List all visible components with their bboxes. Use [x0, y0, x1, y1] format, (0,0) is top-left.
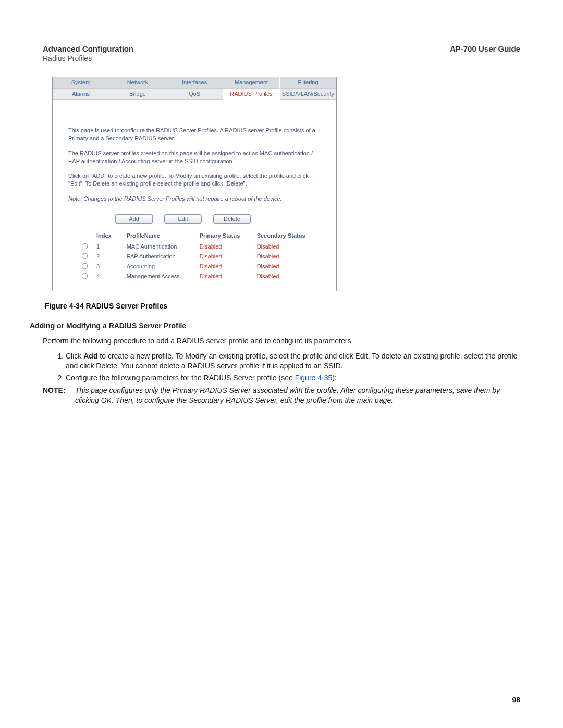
panel-description: This page is used to configure the RADIU… — [68, 127, 321, 203]
table-row: 2 EAP Authentication Disabled Disabled — [74, 252, 326, 262]
row-radio-3[interactable] — [82, 263, 88, 269]
header-subtitle: Radius Profiles — [43, 54, 133, 63]
figure-caption: Figure 4-34 RADIUS Server Profiles — [45, 302, 520, 310]
note-body: This page configures only the Primary RA… — [75, 386, 520, 405]
tab-management[interactable]: Management — [223, 77, 280, 88]
header-guide: AP-700 User Guide — [450, 44, 520, 53]
tab-interfaces[interactable]: Interfaces — [166, 77, 223, 88]
step2-suffix: ): — [332, 374, 337, 382]
step2-prefix: Configure the following parameters for t… — [66, 374, 295, 382]
config-panel: System Network Interfaces Management Fil… — [52, 77, 337, 291]
cell-name: Accounting — [123, 262, 195, 272]
row-radio-4[interactable] — [82, 273, 88, 279]
section-heading: Adding or Modifying a RADIUS Server Prof… — [30, 322, 520, 330]
tab-qos[interactable]: QoS — [166, 88, 223, 100]
step1-bold: Add — [83, 352, 97, 360]
delete-button[interactable]: Delete — [213, 214, 251, 224]
cell-secondary: Disabled — [253, 242, 326, 252]
cell-secondary: Disabled — [253, 272, 326, 281]
col-profilename: ProfileName — [123, 231, 195, 242]
cell-index: 4 — [92, 272, 123, 281]
panel-note: Note: Changes to the RADIUS Server Profi… — [68, 195, 321, 203]
button-row: Add Edit Delete — [115, 214, 321, 224]
step-2: Configure the following parameters for t… — [66, 373, 520, 383]
figure-link[interactable]: Figure 4-35 — [295, 374, 333, 382]
table-row: 4 Management Access Disabled Disabled — [74, 272, 326, 281]
note-label: NOTE: — [43, 386, 75, 405]
cell-secondary: Disabled — [253, 252, 326, 262]
cell-name: MAC Authentication — [123, 242, 195, 252]
cell-index: 1 — [92, 242, 123, 252]
edit-button[interactable]: Edit — [164, 214, 202, 224]
intro-text: Perform the following procedure to add a… — [43, 336, 520, 346]
col-primary: Primary Status — [195, 231, 253, 242]
tab-system[interactable]: System — [53, 77, 109, 88]
panel-p1: This page is used to configure the RADIU… — [68, 127, 321, 142]
tab-bridge[interactable]: Bridge — [109, 88, 166, 100]
add-button[interactable]: Add — [115, 214, 153, 224]
cell-name: EAP Authentication — [123, 252, 195, 262]
tab-filtering[interactable]: Filtering — [280, 77, 336, 88]
panel-p2: The RADIUS server profiles created on th… — [68, 150, 321, 165]
tab-alarms[interactable]: Alarms — [53, 88, 109, 100]
cell-index: 2 — [92, 252, 123, 262]
step1-rest: to create a new profile. To Modify an ex… — [66, 352, 517, 370]
cell-primary: Disabled — [195, 272, 253, 281]
page-footer: 98 — [43, 690, 520, 704]
header-title: Advanced Configuration — [43, 44, 133, 53]
tab-network[interactable]: Network — [109, 77, 166, 88]
col-index: Index — [92, 231, 123, 242]
page-number: 98 — [512, 696, 520, 704]
page-header: Advanced Configuration Radius Profiles A… — [43, 44, 520, 65]
cell-primary: Disabled — [195, 262, 253, 272]
panel-p3: Click on "ADD" to create a new profile. … — [68, 172, 321, 188]
step1-prefix: Click — [66, 352, 83, 360]
step-1: Click Add to create a new profile. To Mo… — [66, 351, 520, 371]
steps-list: Click Add to create a new profile. To Mo… — [43, 351, 520, 383]
row-radio-2[interactable] — [82, 253, 88, 260]
tab-radius-profiles[interactable]: RADIUS Profiles — [223, 88, 280, 100]
cell-index: 3 — [92, 262, 123, 272]
table-row: 3 Accounting Disabled Disabled — [74, 262, 326, 272]
note-block: NOTE: This page configures only the Prim… — [43, 386, 520, 405]
tabs-top-row: System Network Interfaces Management Fil… — [53, 77, 336, 88]
cell-name: Management Access — [123, 272, 195, 281]
cell-primary: Disabled — [195, 242, 253, 252]
cell-secondary: Disabled — [253, 262, 326, 272]
table-row: 1 MAC Authentication Disabled Disabled — [74, 242, 326, 252]
profiles-table: Index ProfileName Primary Status Seconda… — [74, 231, 326, 281]
cell-primary: Disabled — [195, 252, 253, 262]
row-radio-1[interactable] — [82, 243, 88, 250]
tabs-bottom-row: Alarms Bridge QoS RADIUS Profiles SSID/V… — [53, 88, 336, 100]
tab-ssid-vlan-security[interactable]: SSID/VLAN/Security — [280, 88, 336, 100]
col-secondary: Secondary Status — [253, 231, 326, 242]
